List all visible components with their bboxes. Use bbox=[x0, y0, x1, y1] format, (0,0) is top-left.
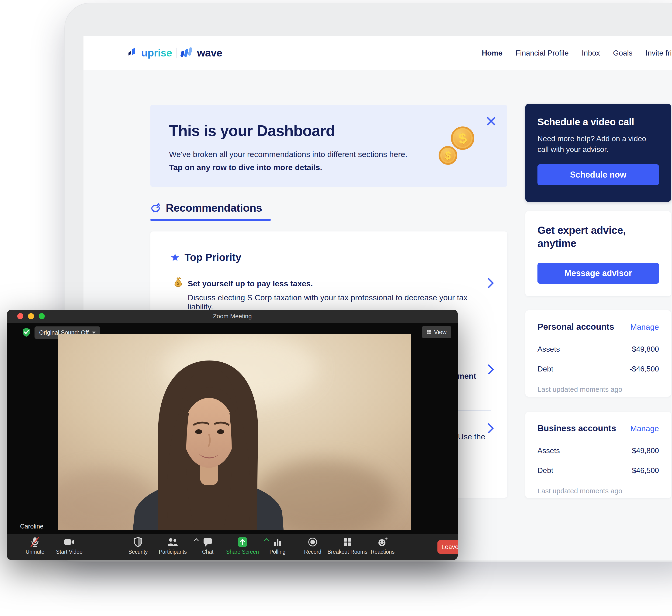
bar-chart-icon bbox=[273, 537, 282, 547]
uprise-logo-icon bbox=[127, 47, 138, 59]
smiley-reactions-icon bbox=[377, 537, 388, 547]
schedule-card-body: Need more help? Add on a video call with… bbox=[537, 133, 659, 155]
polling-button[interactable]: Polling bbox=[259, 537, 296, 555]
zoom-title-bar[interactable]: Zoom Meeting bbox=[7, 310, 458, 323]
active-tab-underline bbox=[150, 219, 271, 221]
wave-wordmark: wave bbox=[197, 47, 222, 59]
window-controls bbox=[17, 313, 45, 319]
breakout-rooms-button[interactable]: Breakout Rooms bbox=[329, 537, 366, 555]
close-icon[interactable] bbox=[486, 116, 496, 126]
last-updated-text: Last updated moments ago bbox=[537, 386, 659, 394]
nav-item-financial-profile[interactable]: Financial Profile bbox=[516, 49, 569, 57]
microphone-muted-icon bbox=[30, 537, 40, 547]
chevron-right-icon[interactable] bbox=[488, 278, 494, 289]
unmute-button[interactable]: Unmute bbox=[16, 537, 54, 555]
participant-name-label: Caroline bbox=[20, 523, 44, 530]
coin-illustration-large: $ bbox=[450, 125, 476, 151]
banner-title: This is your Dashboard bbox=[169, 122, 335, 139]
fullscreen-window-button[interactable] bbox=[39, 313, 45, 319]
video-camera-icon bbox=[64, 537, 75, 547]
expert-advice-card: Get expert advice, anytime Message advis… bbox=[525, 211, 671, 296]
nav-item-goals[interactable]: Goals bbox=[613, 49, 633, 57]
wave-logo-icon bbox=[180, 47, 193, 59]
audio-shield-icon bbox=[22, 328, 31, 338]
debt-row: Debt -$46,500 bbox=[537, 466, 659, 475]
nav-item-invite-friends[interactable]: Invite friends bbox=[646, 49, 672, 57]
app-header: uprise wave Home Financial Profile Inb bbox=[83, 36, 672, 70]
personal-accounts-title: Personal accounts bbox=[537, 322, 614, 332]
gallery-view-icon bbox=[427, 330, 431, 335]
last-updated-text: Last updated moments ago bbox=[537, 487, 659, 495]
business-accounts-title: Business accounts bbox=[537, 424, 616, 433]
debt-row: Debt -$46,500 bbox=[537, 365, 659, 373]
reactions-button[interactable]: Reactions bbox=[364, 537, 401, 555]
start-video-button[interactable]: Start Video bbox=[51, 537, 88, 555]
schedule-now-button[interactable]: Schedule now bbox=[537, 164, 659, 185]
svg-text:$: $ bbox=[177, 281, 179, 286]
participant-video bbox=[58, 334, 411, 530]
zoom-meeting-window: Zoom Meeting Original Sound: Off View bbox=[7, 310, 458, 560]
coin-illustration-small: $ bbox=[437, 145, 458, 166]
chevron-down-icon bbox=[92, 332, 96, 334]
dashboard-intro-banner: This is your Dashboard We've broken all … bbox=[150, 105, 507, 187]
star-icon: ★ bbox=[170, 252, 180, 263]
close-window-button[interactable] bbox=[17, 313, 23, 319]
share-screen-button[interactable]: Share Screen bbox=[224, 537, 261, 555]
marketing-composite: uprise wave Home Financial Profile Inb bbox=[0, 0, 672, 616]
advice-card-title: Get expert advice, anytime bbox=[537, 224, 659, 250]
chevron-right-icon[interactable] bbox=[488, 364, 494, 376]
minimize-window-button[interactable] bbox=[28, 313, 34, 319]
recommendations-heading: Recommendations bbox=[166, 201, 262, 214]
shield-icon bbox=[134, 537, 142, 547]
assets-row: Assets $49,800 bbox=[537, 345, 659, 354]
security-button[interactable]: Security bbox=[119, 537, 157, 555]
tab-recommendations[interactable]: Recommendations bbox=[150, 201, 262, 214]
share-screen-icon bbox=[237, 537, 248, 547]
recommendation-row-text-fragment: . Use the bbox=[454, 432, 485, 441]
schedule-video-call-card: Schedule a video call Need more help? Ad… bbox=[525, 104, 671, 202]
record-button[interactable]: Record bbox=[294, 537, 331, 555]
nav-item-inbox[interactable]: Inbox bbox=[582, 49, 600, 57]
brand-logo: uprise wave bbox=[127, 36, 222, 70]
chevron-right-icon[interactable] bbox=[488, 423, 494, 435]
banner-description: We've broken all your recommendations in… bbox=[169, 150, 407, 159]
recommendation-row-title-fragment: ment bbox=[457, 372, 476, 381]
participants-button[interactable]: Participants bbox=[154, 537, 191, 555]
recommendation-row-title[interactable]: Set yourself up to pay less taxes. bbox=[188, 279, 313, 288]
recommendation-row-subtitle: Discuss electing S Corp taxation with yo… bbox=[188, 293, 493, 311]
business-accounts-card: Business accounts Manage Assets $49,800 … bbox=[525, 412, 671, 498]
assets-row: Assets $49,800 bbox=[537, 446, 659, 455]
leave-meeting-button[interactable]: Leave bbox=[437, 540, 458, 554]
chat-button[interactable]: Chat bbox=[189, 537, 226, 555]
piggy-bank-icon bbox=[150, 202, 161, 213]
money-bag-icon: $ bbox=[173, 277, 184, 289]
zoom-video-stage: Original Sound: Off View bbox=[7, 323, 458, 534]
zoom-toolbar: Unmute Start Video Sec bbox=[7, 534, 458, 560]
message-advisor-button[interactable]: Message advisor bbox=[537, 263, 659, 284]
manage-link[interactable]: Manage bbox=[630, 323, 659, 332]
top-priority-heading: ★ Top Priority bbox=[170, 251, 241, 263]
zoom-window-title: Zoom Meeting bbox=[7, 310, 458, 323]
nav-item-home[interactable]: Home bbox=[482, 49, 502, 57]
record-circle-icon bbox=[308, 537, 318, 547]
main-nav: Home Financial Profile Inbox Goals Invit… bbox=[482, 36, 672, 70]
banner-description-bold: Tap on any row to dive into more details… bbox=[169, 163, 322, 172]
participants-icon bbox=[167, 537, 178, 547]
personal-accounts-card: Personal accounts Manage Assets $49,800 … bbox=[525, 310, 671, 397]
logo-divider bbox=[176, 48, 177, 58]
view-button[interactable]: View bbox=[422, 326, 451, 338]
manage-link[interactable]: Manage bbox=[630, 424, 659, 433]
uprise-wordmark: uprise bbox=[141, 47, 172, 59]
breakout-rooms-icon bbox=[343, 537, 352, 547]
chat-bubble-icon bbox=[203, 537, 213, 547]
schedule-card-title: Schedule a video call bbox=[537, 116, 659, 128]
